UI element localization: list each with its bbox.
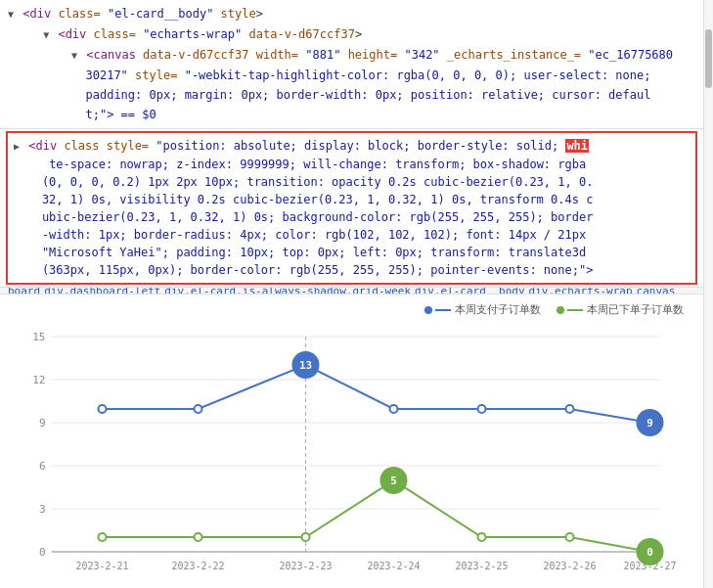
canvas-instance: "ec_16775680 — [588, 48, 673, 62]
tag: <div — [22, 7, 58, 21]
scrollbar[interactable] — [703, 0, 713, 588]
style-line2 — [14, 158, 42, 171]
legend-line-green — [567, 309, 583, 311]
legend-label-green: 本周已下单子订单数 — [587, 302, 684, 317]
canvas-style-val: "-webkit-tap-highlight-color: rgba(0, 0,… — [185, 68, 651, 82]
breadcrumb-bar: board div.dashboard-left div.el-card.is-… — [0, 287, 703, 294]
selected-element-block[interactable]: ▶ <div class style= "position: absolute;… — [6, 131, 697, 285]
canvas-height: "342" — [404, 48, 439, 62]
legend-item-green: 本周已下单子订单数 — [557, 302, 684, 317]
blue-label-23: 13 — [299, 359, 312, 372]
legend-dot-green — [557, 306, 564, 314]
tree-line-3[interactable]: ▼ <canvas data-v-d67ccf37 width= "881" h… — [0, 45, 703, 66]
tree-line-3d: t;"> == $0 — [0, 105, 703, 124]
div-tag: <div — [28, 139, 64, 153]
blue-line — [103, 365, 650, 423]
x-label-1: 2023-2-22 — [171, 561, 224, 571]
indent — [8, 27, 36, 41]
svg-text:0: 0 — [39, 546, 46, 559]
attr-name-2: class= — [94, 27, 136, 41]
style-val7: "Microsoft YaHei"; padding: 10px; top: 0… — [14, 246, 586, 259]
legend-dot-blue — [424, 306, 432, 314]
style-val5: ubic-bezier(0.23, 1, 0.32, 1) 0s; backgr… — [14, 210, 593, 224]
tag-2: <div — [58, 27, 93, 41]
canvas-style-val2: padding: 0px; margin: 0px; border-width:… — [85, 88, 650, 102]
content-area: ▼ <div class= "el-card__body" style> ▼ <… — [0, 0, 703, 588]
tree-line-1[interactable]: ▼ <div class= "el-card__body" style> — [0, 4, 703, 24]
tag-rest: style> — [221, 7, 263, 21]
svg-text:6: 6 — [39, 460, 46, 473]
tree-line-2[interactable]: ▼ <div class= "echarts-wrap" data-v-d67c… — [0, 24, 703, 45]
canvas-attr2: width= — [256, 48, 298, 62]
blue-label-27: 9 — [646, 417, 653, 430]
canvas-attr3: height= — [348, 48, 398, 62]
style-val6: -width: 1px; border-radius: 4px; color: … — [14, 228, 586, 242]
canvas-style-val3: t;"> == $0 — [85, 108, 156, 121]
highlighted-text: whi — [565, 139, 589, 153]
html-tree: ▼ <div class= "el-card__body" style> ▼ <… — [0, 0, 703, 129]
svg-text:15: 15 — [32, 331, 45, 343]
blue-dot-3 — [390, 405, 398, 413]
blue-dot-5 — [566, 405, 574, 413]
attr-name: class= — [58, 7, 100, 21]
blue-dot-0 — [99, 405, 107, 413]
breadcrumb-echarts-wrap[interactable]: div.echarts-wrap — [529, 287, 633, 294]
canvas-style: style= — [135, 68, 177, 82]
blue-dot-4 — [478, 405, 486, 413]
green-dot-2 — [302, 533, 310, 541]
x-label-2: 2023-2-23 — [279, 561, 332, 571]
style-val2: te-space: nowrap; z-index: 9999999; will… — [49, 158, 586, 171]
tree-line-3c: padding: 0px; margin: 0px; border-width:… — [0, 85, 703, 105]
x-label-0: 2023-2-21 — [75, 561, 128, 571]
green-dot-4 — [478, 533, 486, 541]
blue-dot-1 — [195, 405, 202, 413]
div-class: class — [64, 139, 106, 153]
svg-text:12: 12 — [32, 374, 45, 386]
attr-value: "el-card__body" — [108, 7, 213, 21]
breadcrumb-canvas[interactable]: canvas — [637, 287, 676, 294]
scrollbar-thumb[interactable] — [705, 29, 712, 88]
attr-value-2: "echarts-wrap" — [143, 27, 242, 41]
svg-text:3: 3 — [39, 503, 46, 516]
canvas-tag: <canvas — [86, 48, 143, 62]
tree-line-3b: 30217" style= "-webkit-tap-highlight-col… — [0, 66, 703, 85]
style-val3: (0, 0, 0, 0.2) 1px 2px 10px; transition:… — [14, 175, 593, 189]
x-label-4: 2023-2-25 — [455, 561, 508, 571]
green-dot-1 — [195, 533, 202, 541]
x-label-3: 2023-2-24 — [367, 561, 420, 571]
x-label-5: 2023-2-26 — [543, 561, 596, 571]
x-label-6: 2023-2-27 — [623, 561, 676, 571]
attr-3: data-v-d67ccf37> — [249, 27, 363, 41]
chart-area: 本周支付子订单数 本周已下单子订单数 15 12 9 6 — [0, 294, 703, 588]
canvas-width: "881" — [305, 48, 340, 62]
breadcrumb-dashboard-left[interactable]: div.dashboard-left — [44, 287, 160, 294]
breadcrumb-board[interactable]: board — [8, 287, 40, 294]
green-dot-5 — [566, 533, 574, 541]
indent-3 — [8, 48, 65, 62]
triangle-icon-3: ▼ — [71, 50, 77, 61]
style-val8: (363px, 115px, 0px); border-color: rgb(2… — [14, 263, 593, 277]
div-style-val: "position: absolute; display: block; bor… — [156, 139, 565, 153]
svg-text:9: 9 — [39, 417, 46, 430]
indent-3c — [8, 88, 78, 102]
chart-svg: 15 12 9 6 3 0 — [10, 323, 693, 587]
triangle-icon: ▼ — [8, 9, 14, 20]
breadcrumb-card-body[interactable]: div.el-card__body — [415, 287, 525, 294]
canvas-attr4: _echarts_instance_= — [447, 48, 581, 62]
indent-3d — [8, 108, 78, 121]
div-style-attr: style= — [107, 139, 149, 153]
green-dot-0 — [99, 533, 107, 541]
chart-svg-container: 15 12 9 6 3 0 — [10, 323, 693, 588]
canvas-attr1: data-v-d67ccf37 — [143, 48, 256, 62]
main-area: ▼ <div class= "el-card__body" style> ▼ <… — [0, 0, 713, 588]
legend-line-blue — [435, 309, 451, 311]
indent-3b — [8, 68, 78, 82]
triangle-icon-2: ▼ — [43, 29, 49, 40]
green-label-24: 5 — [390, 475, 397, 487]
expand-triangle[interactable]: ▶ — [14, 141, 20, 152]
chart-legend: 本周支付子订单数 本周已下单子订单数 — [10, 302, 693, 317]
style-val4: 32, 1) 0s, visibility 0.2s cubic-bezier(… — [14, 193, 593, 206]
breadcrumb-card[interactable]: div.el-card.is-always-shadow.grid-week — [164, 287, 411, 294]
canvas-instance-2: 30217" — [85, 68, 127, 82]
legend-item-blue: 本周支付子订单数 — [424, 302, 541, 317]
